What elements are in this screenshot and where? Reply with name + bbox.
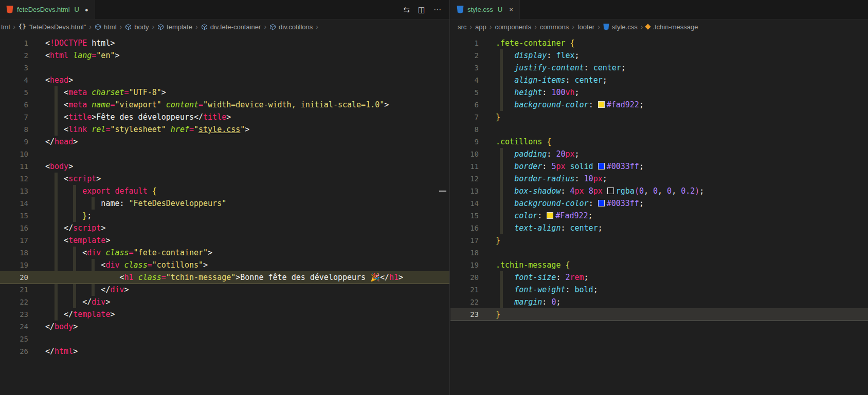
breadcrumb-item[interactable]: footer — [577, 23, 594, 31]
code-line[interactable]: 13 export default { — [0, 185, 449, 197]
line-number[interactable]: 17 — [0, 234, 28, 247]
line-number[interactable]: 22 — [450, 296, 479, 308]
line-number[interactable]: 14 — [0, 197, 28, 210]
code-line[interactable]: 1.fete-container { — [450, 37, 868, 49]
line-number[interactable]: 1 — [450, 37, 479, 49]
line-number[interactable]: 16 — [450, 222, 479, 234]
line-number[interactable]: 8 — [450, 123, 479, 136]
code-line[interactable]: 21 font-weight: bold; — [450, 284, 868, 296]
line-number[interactable]: 15 — [450, 210, 479, 222]
line-number[interactable]: 6 — [450, 99, 479, 111]
line-number[interactable]: 19 — [0, 259, 28, 271]
line-number[interactable]: 3 — [0, 62, 28, 74]
breadcrumb-item[interactable]: commons — [540, 23, 569, 31]
line-number[interactable]: 7 — [0, 111, 28, 123]
code-line[interactable]: 5 <meta charset="UTF-8"> — [0, 86, 449, 99]
breadcrumb-item[interactable]: .tchin-message — [646, 23, 698, 31]
code-line[interactable]: 16 </script> — [0, 222, 449, 234]
line-number[interactable]: 19 — [450, 259, 479, 271]
line-number[interactable]: 7 — [450, 111, 479, 123]
line-number[interactable]: 18 — [0, 247, 28, 259]
close-icon[interactable]: × — [509, 6, 513, 13]
code-line[interactable]: 23} — [450, 308, 868, 321]
line-number[interactable]: 25 — [0, 333, 28, 345]
code-line[interactable]: 15 }; — [0, 210, 449, 222]
code-line[interactable]: 20 <h1 class="tchin-message">Bonne fête … — [0, 271, 449, 284]
code-line[interactable]: 24</body> — [0, 321, 449, 333]
code-line[interactable]: 6 background-color: #fad922; — [450, 99, 868, 111]
line-number[interactable]: 24 — [0, 321, 28, 333]
tab-style-css[interactable]: style.css U × — [450, 0, 520, 19]
code-line[interactable]: 16 text-align: center; — [450, 222, 868, 234]
open-changes-icon[interactable]: ⇆ — [403, 6, 410, 13]
code-line[interactable]: 9</head> — [0, 136, 449, 148]
line-number[interactable]: 10 — [0, 148, 28, 160]
split-editor-icon[interactable]: ◫ — [418, 6, 425, 13]
code-line[interactable]: 19 <div class="cotillons"> — [0, 259, 449, 271]
code-line[interactable]: 25 — [0, 333, 449, 345]
breadcrumb-item[interactable]: tml — [1, 23, 10, 31]
code-line[interactable]: 23 </template> — [0, 308, 449, 321]
line-number[interactable]: 12 — [450, 173, 479, 185]
line-number[interactable]: 9 — [0, 136, 28, 148]
line-number[interactable]: 6 — [0, 99, 28, 111]
code-line[interactable]: 6 <meta name="viewport" content="width=d… — [0, 99, 449, 111]
line-number[interactable]: 26 — [0, 345, 28, 358]
line-number[interactable]: 5 — [450, 86, 479, 99]
code-line[interactable]: 26</html> — [0, 345, 449, 358]
code-line[interactable]: 14 name: "FeteDesDeveloppeurs" — [0, 197, 449, 210]
line-number[interactable]: 16 — [0, 222, 28, 234]
breadcrumb-item[interactable]: components — [495, 23, 531, 31]
line-number[interactable]: 10 — [450, 148, 479, 160]
line-number[interactable]: 4 — [450, 74, 479, 86]
line-number[interactable]: 2 — [0, 49, 28, 62]
code-line[interactable]: 10 padding: 20px; — [450, 148, 868, 160]
line-number[interactable]: 5 — [0, 86, 28, 99]
left-code-editor[interactable]: 1<!DOCTYPE html>2<html lang="en">34<head… — [0, 34, 449, 358]
code-line[interactable]: 8 — [450, 123, 868, 136]
code-line[interactable]: 4<head> — [0, 74, 449, 86]
line-number[interactable]: 12 — [0, 173, 28, 185]
code-line[interactable]: 7} — [450, 111, 868, 123]
modified-dot-icon[interactable]: ● — [85, 7, 88, 13]
line-number[interactable]: 20 — [0, 271, 28, 284]
code-line[interactable]: 20 font-size: 2rem; — [450, 271, 868, 284]
code-line[interactable]: 11<body> — [0, 160, 449, 173]
line-number[interactable]: 13 — [450, 185, 479, 197]
line-number[interactable]: 15 — [0, 210, 28, 222]
line-number[interactable]: 22 — [0, 296, 28, 308]
code-line[interactable]: 21 </div> — [0, 284, 449, 296]
code-line[interactable]: 12 border-radius: 10px; — [450, 173, 868, 185]
code-line[interactable]: 18 — [450, 247, 868, 259]
breadcrumb-item[interactable]: div.fete-container — [201, 23, 261, 31]
tab-fetedesdevs-html[interactable]: feteDesDevs.html U ● — [0, 0, 95, 19]
line-number[interactable]: 9 — [450, 136, 479, 148]
breadcrumb-item[interactable]: style.css — [603, 23, 638, 31]
breadcrumb-item[interactable]: div.cotillons — [269, 23, 313, 31]
line-number[interactable]: 20 — [450, 271, 479, 284]
breadcrumb-item[interactable]: src — [458, 23, 466, 31]
line-number[interactable]: 1 — [0, 37, 28, 49]
code-line[interactable]: 17 <template> — [0, 234, 449, 247]
more-actions-icon[interactable]: ⋯ — [433, 6, 441, 13]
line-number[interactable]: 18 — [450, 247, 479, 259]
code-line[interactable]: 4 align-items: center; — [450, 74, 868, 86]
line-number[interactable]: 11 — [0, 160, 28, 173]
line-number[interactable]: 4 — [0, 74, 28, 86]
line-number[interactable]: 8 — [0, 123, 28, 136]
line-number[interactable]: 14 — [450, 197, 479, 210]
code-line[interactable]: 22 margin: 0; — [450, 296, 868, 308]
code-line[interactable]: 10 — [0, 148, 449, 160]
line-number[interactable]: 23 — [450, 308, 479, 321]
line-number[interactable]: 2 — [450, 49, 479, 62]
code-line[interactable]: 11 border: 5px solid #0033ff; — [450, 160, 868, 173]
code-line[interactable]: 12 <script> — [0, 173, 449, 185]
line-number[interactable]: 13 — [0, 185, 28, 197]
code-line[interactable]: 1<!DOCTYPE html> — [0, 37, 449, 49]
code-line[interactable]: 2<html lang="en"> — [0, 49, 449, 62]
breadcrumb-item[interactable]: body — [125, 23, 149, 31]
code-line[interactable]: 8 <link rel="stylesheet" href="style.css… — [0, 123, 449, 136]
code-line[interactable]: 3 justify-content: center; — [450, 62, 868, 74]
line-number[interactable]: 17 — [450, 234, 479, 247]
line-number[interactable]: 21 — [0, 284, 28, 296]
